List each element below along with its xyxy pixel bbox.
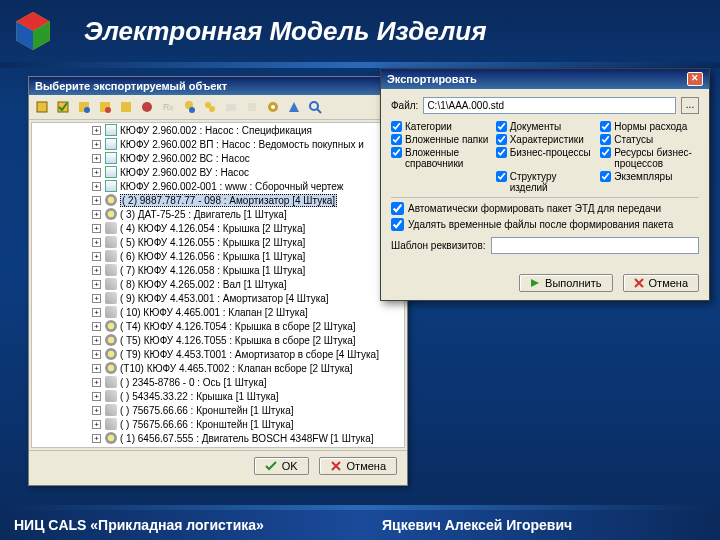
tree-row[interactable]: +( ) 75675.66.66 : Кронштейн [1 Штука] — [32, 403, 404, 417]
expand-icon[interactable]: + — [92, 350, 101, 359]
tree-row[interactable]: +(T10) КЮФУ 4.465.Т002 : Клапан всборе [… — [32, 361, 404, 375]
toolbar-btn-8[interactable] — [180, 98, 198, 116]
svg-point-20 — [310, 102, 318, 110]
auto-pack-checkbox[interactable]: Автоматически формировать пакет ЭТД для … — [391, 202, 699, 215]
toolbar-btn-10[interactable] — [222, 98, 240, 116]
toolbar-btn-12[interactable] — [264, 98, 282, 116]
tree-label: ( T4) КЮФУ 4.126.Т054 : Крышка в сборе [… — [120, 321, 356, 332]
tree-row[interactable]: +КЮФУ 2.960.002 ВП : Насос : Ведомость п… — [32, 137, 404, 151]
option-checkbox[interactable]: Категории — [391, 121, 490, 132]
tree-row[interactable]: +КЮФУ 2.960.002-001 : www : Сборочный че… — [32, 179, 404, 193]
tree-label: ( ) 75675.66.66 : Кронштейн [1 Штука] — [120, 405, 293, 416]
expand-icon[interactable]: + — [92, 434, 101, 443]
expand-icon[interactable]: + — [92, 406, 101, 415]
tree-row[interactable]: +( 8) КЮФУ 4.265.002 : Вал [1 Штука] — [32, 277, 404, 291]
expand-icon[interactable]: + — [92, 420, 101, 429]
tree-row[interactable]: +( 2) 9887.787.77 - 098 : Амортизатор [4… — [32, 193, 404, 207]
footer-right: Яцкевич Алексей Игоревич — [352, 517, 720, 533]
expand-icon[interactable]: + — [92, 266, 101, 275]
expand-icon[interactable]: + — [92, 364, 101, 373]
tree-row[interactable]: +( 6) КЮФУ 4.126.056 : Крышка [1 Штука] — [32, 249, 404, 263]
tree-row[interactable]: +( 4) КЮФУ 4.126.054 : Крышка [2 Штука] — [32, 221, 404, 235]
expand-icon[interactable]: + — [92, 182, 101, 191]
expand-icon[interactable]: + — [92, 280, 101, 289]
option-checkbox[interactable]: Вложенные папки — [391, 134, 490, 145]
option-checkbox[interactable]: Документы — [496, 121, 595, 132]
toolbar-btn-9[interactable] — [201, 98, 219, 116]
option-checkbox[interactable]: Бизнес-процессы — [496, 147, 595, 169]
tree-row[interactable]: +КЮФУ 2.960.002 ВС : Насос — [32, 151, 404, 165]
wrench-icon — [105, 278, 117, 290]
run-button[interactable]: Выполнить — [519, 274, 612, 292]
tree-view[interactable]: +КЮФУ 2.960.002 : Насос : Спецификация+К… — [31, 122, 405, 448]
option-checkbox[interactable]: Характеристики — [496, 134, 595, 145]
expand-icon[interactable]: + — [92, 168, 101, 177]
option-checkbox[interactable]: Экземпляры — [600, 171, 699, 193]
expand-icon[interactable]: + — [92, 140, 101, 149]
wrench-icon — [105, 292, 117, 304]
tree-row[interactable]: +( 3) ДАТ-75-25 : Двигатель [1 Штука] — [32, 207, 404, 221]
option-checkbox[interactable]: Структуру изделий — [496, 171, 595, 193]
toolbar-btn-1[interactable] — [33, 98, 51, 116]
toolbar-btn-3[interactable] — [75, 98, 93, 116]
toolbar-btn-7[interactable]: Rx — [159, 98, 177, 116]
expand-icon[interactable]: + — [92, 238, 101, 247]
expand-icon[interactable]: + — [92, 294, 101, 303]
option-checkbox[interactable]: Нормы расхода — [600, 121, 699, 132]
tree-label: ( 2) 9887.787.77 - 098 : Амортизатор [4 … — [120, 194, 337, 207]
expand-icon[interactable]: + — [92, 210, 101, 219]
tree-row[interactable]: +( 10) КЮФУ 4.465.001 : Клапан [2 Штука] — [32, 305, 404, 319]
option-checkbox[interactable]: Вложенные справочники — [391, 147, 490, 169]
tree-row[interactable]: +КЮФУ 2.960.002 ВУ : Насос — [32, 165, 404, 179]
dlg-cancel-button[interactable]: Отмена — [623, 274, 699, 292]
toolbar-btn-14[interactable] — [306, 98, 324, 116]
expand-icon[interactable]: + — [92, 126, 101, 135]
svg-point-11 — [142, 102, 152, 112]
doc-icon — [105, 124, 117, 136]
tree-row[interactable]: +( ) 75675.66.66 : Кронштейн [1 Штука] — [32, 417, 404, 431]
tree-label: ( ) 54345.33.22 : Крышка [1 Штука] — [120, 391, 279, 402]
tree-label: ( 4) КЮФУ 4.126.054 : Крышка [2 Штука] — [120, 223, 305, 234]
toolbar-btn-11[interactable] — [243, 98, 261, 116]
dialog-title: Экспортировать — [387, 73, 477, 85]
tree-row[interactable]: +( ) 54345.33.22 : Крышка [1 Штука] — [32, 389, 404, 403]
toolbar-btn-2[interactable] — [54, 98, 72, 116]
close-icon[interactable]: ✕ — [687, 72, 703, 86]
expand-icon[interactable]: + — [92, 392, 101, 401]
expand-icon[interactable]: + — [92, 336, 101, 345]
option-checkbox[interactable]: Статусы — [600, 134, 699, 145]
cancel-button[interactable]: Отмена — [319, 457, 397, 475]
toolbar-btn-4[interactable] — [96, 98, 114, 116]
expand-icon[interactable]: + — [92, 322, 101, 331]
ok-button[interactable]: OK — [254, 457, 309, 475]
wrench-icon — [105, 306, 117, 318]
tree-row[interactable]: +( T5) КЮФУ 4.126.Т055 : Крышка в сборе … — [32, 333, 404, 347]
expand-icon[interactable]: + — [92, 154, 101, 163]
wrench-icon — [105, 222, 117, 234]
expand-icon[interactable]: + — [92, 196, 101, 205]
expand-icon[interactable]: + — [92, 378, 101, 387]
tree-label: ( ) 2345-8786 - 0 : Ось [1 Штука] — [120, 377, 267, 388]
tree-row[interactable]: +КЮФУ 2.960.002 : Насос : Спецификация — [32, 123, 404, 137]
toolbar-btn-5[interactable] — [117, 98, 135, 116]
tree-titlebar: Выберите экспортируемый объект — [29, 77, 407, 95]
template-select[interactable] — [491, 237, 699, 254]
tree-row[interactable]: +( ) 2345-8786 - 0 : Ось [1 Штука] — [32, 375, 404, 389]
tree-row[interactable]: +( 1) 6456.67.555 : Двигатель BOSCH 4348… — [32, 431, 404, 445]
file-input[interactable] — [423, 97, 676, 114]
option-checkbox[interactable]: Ресурсы бизнес-процессов — [600, 147, 699, 169]
tree-row[interactable]: +( T9) КЮФУ 4.453.Т001 : Амортизатор в с… — [32, 347, 404, 361]
tree-row[interactable]: +( T4) КЮФУ 4.126.Т054 : Крышка в сборе … — [32, 319, 404, 333]
tree-row[interactable]: +( 5) КЮФУ 4.126.055 : Крышка [2 Штука] — [32, 235, 404, 249]
tree-label: КЮФУ 2.960.002 ВС : Насос — [120, 153, 250, 164]
expand-icon[interactable]: + — [92, 252, 101, 261]
expand-icon[interactable]: + — [92, 308, 101, 317]
tree-row[interactable]: +( 9) КЮФУ 4.453.001 : Амортизатор [4 Шт… — [32, 291, 404, 305]
expand-icon[interactable]: + — [92, 224, 101, 233]
toolbar-btn-6[interactable] — [138, 98, 156, 116]
tree-row[interactable]: +( 7) КЮФУ 4.126.058 : Крышка [1 Штука] — [32, 263, 404, 277]
delete-temp-checkbox[interactable]: Удалять временные файлы после формирован… — [391, 218, 699, 231]
tree-label: ( 9) КЮФУ 4.453.001 : Амортизатор [4 Шту… — [120, 293, 329, 304]
browse-button[interactable]: ... — [681, 97, 699, 114]
toolbar-btn-13[interactable] — [285, 98, 303, 116]
